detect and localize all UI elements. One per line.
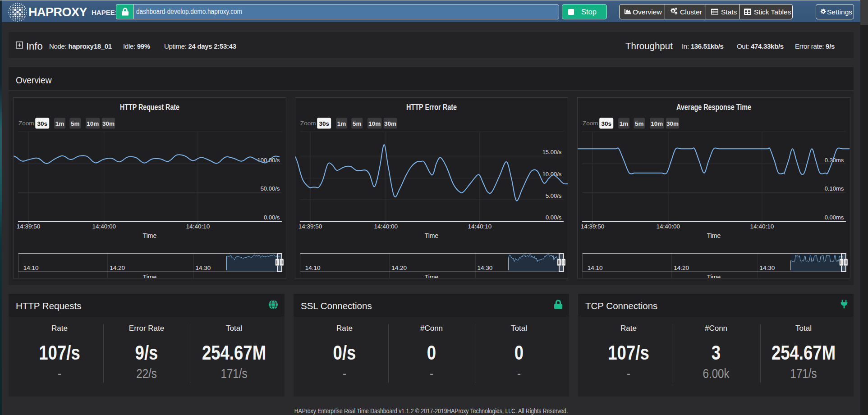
- svg-text:0.20ms: 0.20ms: [824, 157, 844, 164]
- svg-text:10.00/s: 10.00/s: [542, 171, 562, 178]
- svg-text:Time: Time: [707, 274, 721, 278]
- svg-text:10m: 10m: [87, 120, 99, 127]
- svg-text:14:40:10: 14:40:10: [468, 223, 492, 230]
- svg-text:14:20: 14:20: [110, 265, 125, 271]
- svg-text:0.10ms: 0.10ms: [824, 185, 844, 192]
- svg-text:Time: Time: [142, 232, 156, 239]
- svg-text:14:40:00: 14:40:00: [92, 223, 116, 230]
- svg-text:Average Response Time: Average Response Time: [676, 102, 751, 112]
- svg-text:Zoom: Zoom: [583, 120, 598, 127]
- svg-text:HTTP Request Rate: HTTP Request Rate: [120, 102, 179, 112]
- svg-text:30m: 30m: [384, 120, 396, 127]
- svg-text:5m: 5m: [635, 120, 644, 127]
- svg-text:5m: 5m: [71, 120, 80, 127]
- svg-text:14:40:10: 14:40:10: [186, 223, 210, 230]
- svg-text:30m: 30m: [666, 120, 678, 127]
- svg-text:30s: 30s: [319, 120, 329, 127]
- svg-text:Zoom: Zoom: [300, 120, 316, 127]
- svg-text:14:39:50: 14:39:50: [299, 223, 322, 230]
- svg-text:14:30: 14:30: [478, 265, 493, 271]
- svg-text:14:39:50: 14:39:50: [580, 223, 604, 230]
- svg-text:14:39:50: 14:39:50: [16, 223, 40, 230]
- svg-text:14:30: 14:30: [195, 265, 211, 271]
- svg-text:1m: 1m: [619, 120, 628, 127]
- svg-text:14:40:00: 14:40:00: [656, 223, 680, 230]
- svg-text:0.00ms: 0.00ms: [824, 214, 844, 221]
- svg-text:5m: 5m: [353, 120, 362, 127]
- svg-text:Time: Time: [707, 232, 721, 239]
- svg-text:14:20: 14:20: [674, 265, 689, 271]
- svg-text:HTTP Error Rate: HTTP Error Rate: [406, 102, 457, 112]
- svg-text:30m: 30m: [102, 120, 114, 127]
- svg-text:14:30: 14:30: [759, 265, 775, 271]
- svg-text:1m: 1m: [337, 120, 346, 127]
- svg-text:30s: 30s: [601, 120, 611, 127]
- svg-text:100.00/s: 100.00/s: [257, 157, 280, 164]
- svg-text:14:40:00: 14:40:00: [374, 223, 398, 230]
- svg-text:Time: Time: [425, 274, 439, 278]
- svg-text:Time: Time: [425, 232, 439, 239]
- svg-text:Time: Time: [142, 274, 156, 278]
- svg-text:0.00/s: 0.00/s: [546, 214, 562, 221]
- svg-text:50.00/s: 50.00/s: [260, 185, 280, 192]
- svg-text:0.00/s: 0.00/s: [263, 214, 280, 221]
- svg-text:14:10: 14:10: [587, 265, 602, 271]
- svg-text:Zoom: Zoom: [18, 120, 34, 127]
- svg-text:14:10: 14:10: [305, 265, 321, 271]
- svg-text:10m: 10m: [651, 120, 663, 127]
- svg-text:1m: 1m: [55, 120, 64, 127]
- svg-text:15.00/s: 15.00/s: [542, 149, 562, 155]
- svg-text:30s: 30s: [37, 120, 47, 127]
- svg-text:14:40:10: 14:40:10: [750, 223, 774, 230]
- svg-text:5.00/s: 5.00/s: [546, 192, 562, 199]
- svg-text:14:20: 14:20: [391, 265, 407, 271]
- svg-text:10m: 10m: [368, 120, 381, 127]
- svg-text:14:10: 14:10: [23, 265, 38, 271]
